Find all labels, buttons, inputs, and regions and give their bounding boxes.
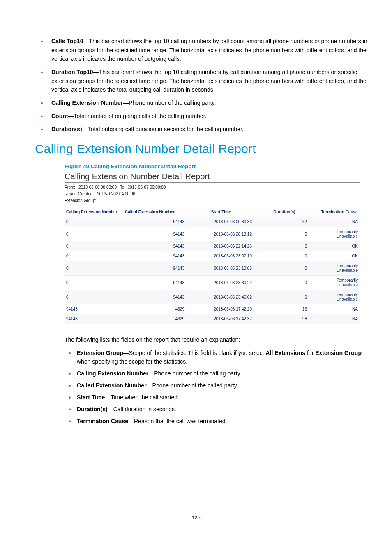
col-header-termination: Termination Cause <box>319 207 360 217</box>
report-table: Calling Extension Number Called Extensio… <box>65 207 360 324</box>
table-row: 0941432013-06-06 20:13:120Temporarily Un… <box>65 227 360 241</box>
term: Calling Extension Number <box>77 370 148 377</box>
from-label: From: <box>65 184 75 191</box>
cell-calling: 0 <box>65 276 123 290</box>
table-row: 0941432013-06-06 23:07:190OK <box>65 251 360 261</box>
list-item: Calling Extension Number—Phone number of… <box>65 369 367 378</box>
cell-start: 2013-06-06 23:46:02 <box>189 290 260 304</box>
cell-calling: 0 <box>65 251 123 261</box>
cell-calling: 0 <box>65 261 123 276</box>
cell-termination: Temporarily Unavailable <box>319 227 360 241</box>
description: —Time when the call started. <box>105 394 179 401</box>
table-row: 0941432013-06-06 23:30:220Temporarily Un… <box>65 276 360 290</box>
bottom-bullet-list: Extension Group—Scope of the statistics.… <box>65 349 367 426</box>
figure-caption: Figure 40 Calling Extension Number Detai… <box>65 163 367 169</box>
report-meta-from-row: From: 2013-06-06 00:00:00 To 2013-06-07 … <box>65 184 360 191</box>
cell-start: 2013-06-06 20:13:12 <box>189 227 260 241</box>
cell-start: 2013-06-06 22:14:26 <box>189 241 260 251</box>
description: for <box>305 350 315 356</box>
cell-calling: 0 <box>65 241 123 251</box>
term: Duration Top10 <box>51 69 93 75</box>
description: —Total number of outgoing calls of the c… <box>68 113 206 119</box>
table-row: 0941432013-06-06 00:30:3682NA <box>65 217 360 227</box>
cell-duration: 82 <box>260 217 319 227</box>
ext-group-label: Extension Group: <box>65 197 96 204</box>
cell-called: 94143 <box>123 290 189 304</box>
cell-duration: 0 <box>260 276 319 290</box>
description: —Scope of the statistics. This field is … <box>123 350 266 356</box>
cell-duration: 13 <box>260 304 319 314</box>
term: Count <box>51 113 68 119</box>
cell-calling: 94143 <box>65 304 123 314</box>
content-block: Calls Top10—This bar chart shows the top… <box>35 37 367 426</box>
term: Duration(s) <box>77 406 108 412</box>
list-item: Count—Total number of outgoing calls of … <box>35 112 367 121</box>
to-label: To <box>120 184 125 191</box>
description: —Total outgoing call duration in seconds… <box>82 126 244 132</box>
description: —This bar chart shows the top 10 calling… <box>51 69 367 93</box>
cell-termination: Temporarily Unavailable <box>319 261 360 276</box>
col-header-called: Called Extension Number <box>123 207 189 217</box>
cell-calling: 94143 <box>65 314 123 324</box>
list-item: Calls Top10—This bar chart shows the top… <box>35 37 367 64</box>
cell-start: 2013-06-06 23:07:19 <box>189 251 260 261</box>
cell-called: 4629 <box>123 314 189 324</box>
cell-start: 2013-06-06 23:10:06 <box>189 261 260 276</box>
cell-duration: 0 <box>260 251 319 261</box>
cell-termination: NA <box>319 217 360 227</box>
cell-called: 94143 <box>123 261 189 276</box>
cell-start: 2013-06-06 00:30:36 <box>189 217 260 227</box>
list-item: Duration Top10—This bar chart shows the … <box>35 68 367 95</box>
description: —Phone number of the calling party. <box>148 370 241 377</box>
cell-called: 94143 <box>123 276 189 290</box>
created-value: 2013-07-02 04:00:06 <box>97 191 135 197</box>
description: —Call duration in seconds. <box>108 406 176 412</box>
term: Extension Group <box>77 350 123 356</box>
cell-termination: NA <box>319 314 360 324</box>
list-item: Called Extension Number—Phone number of … <box>65 381 367 390</box>
cell-termination: NA <box>319 304 360 314</box>
top-bullet-list: Calls Top10—This bar chart shows the top… <box>35 37 367 134</box>
list-item: Extension Group—Scope of the statistics.… <box>65 349 367 366</box>
table-row: 0941432013-06-06 23:46:020Temporarily Un… <box>65 290 360 304</box>
cell-termination: Temporarily Unavailable <box>319 290 360 304</box>
cell-called: 94143 <box>123 241 189 251</box>
cell-duration: 0 <box>260 227 319 241</box>
report-figure: Calling Extension Number Detail Report F… <box>65 172 360 324</box>
col-header-duration: Duration(s) <box>260 207 319 217</box>
created-label: Report Created: <box>65 191 94 197</box>
to-value: 2013-06-07 00:00:00 <box>128 184 166 191</box>
cell-calling: 0 <box>65 227 123 241</box>
report-meta-extgroup-row: Extension Group: <box>65 197 360 204</box>
list-item: Duration(s)—Call duration in seconds. <box>65 405 367 414</box>
from-value: 2013-06-06 00:00:00 <box>78 184 117 191</box>
page-number: 125 <box>0 514 392 521</box>
cell-calling: 0 <box>65 290 123 304</box>
description: —Phone number of the calling party. <box>123 100 216 106</box>
report-meta: From: 2013-06-06 00:00:00 To 2013-06-07 … <box>65 184 360 204</box>
page: Calls Top10—This bar chart shows the top… <box>0 0 392 533</box>
cell-termination: OK <box>319 251 360 261</box>
list-item: Termination Cause—Reason that the call w… <box>65 417 367 426</box>
list-item: Calling Extension Number—Phone number of… <box>35 99 367 108</box>
cell-termination: OK <box>319 241 360 251</box>
cell-termination: Temporarily Unavailable <box>319 276 360 290</box>
report-title: Calling Extension Number Detail Report <box>65 172 360 183</box>
cell-start: 2013-06-06 17:42:37 <box>189 314 260 324</box>
description: —This bar chart shows the top 10 calling… <box>51 38 367 62</box>
col-header-start: Start Time <box>189 207 260 217</box>
cell-start: 2013-06-06 17:42:20 <box>189 304 260 314</box>
table-row: 9414346292013-06-06 17:42:2013NA <box>65 304 360 314</box>
table-header-row: Calling Extension Number Called Extensio… <box>65 207 360 217</box>
list-item: Duration(s)—Total outgoing call duration… <box>35 125 367 134</box>
cell-duration: 0 <box>260 241 319 251</box>
term: Calling Extension Number <box>51 100 123 106</box>
inline-bold: Extension Group <box>315 350 362 356</box>
description: —Reason that the call was terminated. <box>128 418 227 424</box>
inline-bold: All Extensions <box>266 350 305 356</box>
table-row: 0941432013-06-06 22:14:260OK <box>65 241 360 251</box>
cell-start: 2013-06-06 23:30:22 <box>189 276 260 290</box>
description: when specifying the scope for the statis… <box>77 358 187 365</box>
section-title: Calling Extension Number Detail Report <box>35 142 367 156</box>
cell-duration: 0 <box>260 290 319 304</box>
